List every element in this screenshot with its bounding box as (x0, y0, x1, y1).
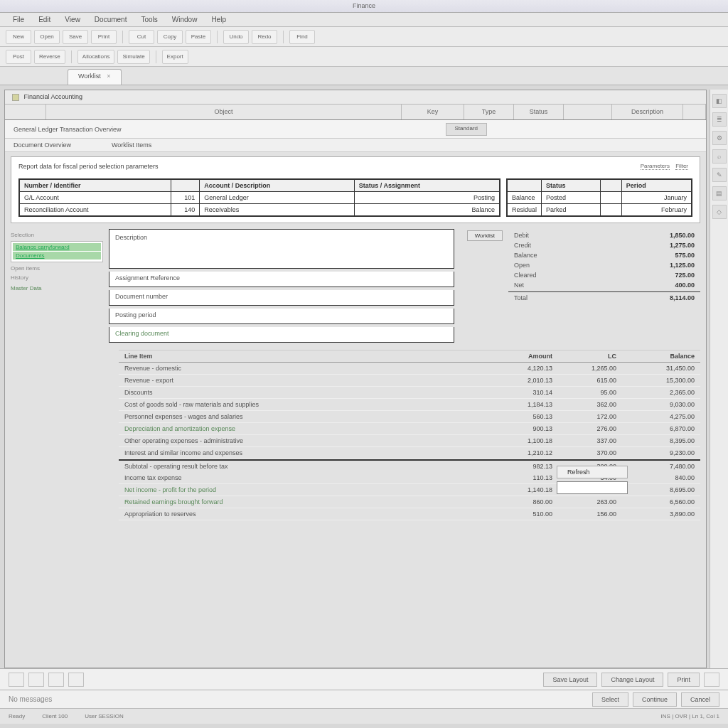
th[interactable] (600, 179, 621, 192)
print-button[interactable]: Print (668, 673, 700, 687)
th[interactable]: Status (542, 179, 601, 192)
col-head[interactable] (5, 105, 46, 119)
tb-find[interactable]: Find (289, 30, 315, 44)
tb-new[interactable]: New (6, 30, 31, 44)
view-tab-standard[interactable]: Standard (446, 123, 487, 136)
table-row[interactable]: Reconciliation Account 140 Receivables B… (19, 204, 500, 217)
col-head[interactable] (564, 105, 612, 119)
tb-save[interactable]: Save (63, 30, 88, 44)
continue-button[interactable]: Continue (633, 692, 677, 707)
tb-undo[interactable]: Undo (223, 30, 249, 44)
nav-link-documents[interactable]: Documents (13, 252, 101, 259)
input-row[interactable]: Document number (109, 290, 454, 306)
col-head[interactable]: Type (464, 105, 514, 119)
line-item-row[interactable]: Appropriation to reserves510.00156.003,8… (119, 508, 700, 520)
tool-icon[interactable]: ◧ (712, 94, 727, 108)
table-row[interactable]: Residual Parked February (507, 204, 692, 217)
th[interactable]: Account / Description (200, 179, 355, 192)
nav-section-master[interactable]: Master Data (11, 285, 103, 291)
status-ready: Ready (9, 713, 25, 719)
tb-allocations[interactable]: Allocations (77, 50, 115, 64)
tool-icon[interactable]: ◇ (712, 205, 727, 219)
box-label: Description (115, 234, 147, 241)
tool-icon[interactable]: ≣ (712, 112, 727, 127)
tool-icon[interactable]: ⚙ (712, 131, 727, 145)
close-icon[interactable]: × (107, 73, 110, 80)
menu-file[interactable]: File (6, 13, 31, 26)
tool-icon[interactable]: ⌕ (712, 149, 727, 164)
line-label: Net income - profit for the period (124, 486, 496, 493)
th[interactable] (171, 179, 200, 192)
worklist-badge[interactable]: Worklist (467, 230, 503, 241)
tb-open[interactable]: Open (34, 30, 60, 44)
line-balance: 840.00 (616, 474, 695, 481)
menu-view[interactable]: View (58, 13, 87, 26)
menu-help[interactable]: Help (204, 13, 233, 26)
tb-paste[interactable]: Paste (186, 30, 211, 44)
tb-redo[interactable]: Redo (252, 30, 277, 44)
table-row[interactable]: G/L Account 101 General Ledger Posting (19, 192, 500, 204)
col-head[interactable]: Object (46, 105, 402, 119)
tb-copy[interactable]: Copy (157, 30, 183, 44)
separator (122, 31, 123, 43)
footer-icon[interactable] (48, 673, 64, 687)
status-table: Status Period Balance Posted January Res… (506, 178, 692, 217)
line-item-row[interactable]: Cost of goods sold - raw materials and s… (119, 399, 700, 411)
line-lc: 263.00 (552, 498, 616, 505)
line-balance: 7,480.00 (616, 463, 695, 470)
tb-reverse[interactable]: Reverse (34, 50, 65, 64)
line-item-row[interactable]: Revenue - export2,010.13615.0015,300.00 (119, 375, 700, 387)
tool-filter[interactable]: Filter (675, 163, 688, 170)
line-item-row[interactable]: Personnel expenses - wages and salaries5… (119, 411, 700, 423)
nav-link-open[interactable]: Open items (11, 265, 103, 272)
tool-params[interactable]: Parameters (641, 163, 670, 170)
line-item-row[interactable]: Other operating expenses - administrativ… (119, 435, 700, 447)
line-item-row[interactable]: Revenue - domestic4,120.131,265.0031,450… (119, 363, 700, 375)
tb-print[interactable]: Print (91, 30, 117, 44)
description-box[interactable]: Description (109, 229, 454, 269)
input-row[interactable]: Clearing document (109, 327, 454, 343)
footer-icon[interactable] (704, 673, 719, 687)
menu-edit[interactable]: Edit (31, 13, 58, 26)
select-button[interactable]: Select (592, 692, 628, 707)
input-row[interactable]: Assignment Reference (109, 272, 454, 287)
cell (600, 192, 621, 204)
col-head[interactable]: Status (514, 105, 564, 119)
tb-export[interactable]: Export (162, 50, 188, 64)
line-item-row[interactable]: Discounts310.1495.002,365.00 (119, 387, 700, 399)
tb-cut[interactable]: Cut (129, 30, 154, 44)
menu-document[interactable]: Document (87, 13, 134, 26)
th[interactable]: Status / Assignment (354, 179, 500, 192)
input-row[interactable]: Posting period (109, 309, 454, 324)
save-layout-button[interactable]: Save Layout (543, 673, 597, 687)
th[interactable]: Number / Identifier (19, 179, 171, 192)
column-headers: Object Key Type Status Description (5, 105, 706, 120)
cancel-button[interactable]: Cancel (681, 692, 719, 707)
side-input[interactable] (557, 481, 628, 494)
line-item-row[interactable]: Retained earnings brought forward860.002… (119, 496, 700, 508)
nav-link-balance[interactable]: Balance carryforward (13, 243, 101, 251)
table-row[interactable]: Balance Posted January (507, 192, 692, 204)
breadcrumb: Financial Accounting (5, 90, 706, 105)
change-layout-button[interactable]: Change Layout (601, 673, 663, 687)
tb-simulate[interactable]: Simulate (117, 50, 149, 64)
th[interactable]: Period (621, 179, 692, 192)
col-head[interactable]: Key (402, 105, 464, 119)
refresh-button[interactable]: Refresh (557, 466, 628, 478)
line-item-row[interactable]: Interest and similar income and expenses… (119, 447, 700, 459)
col-head[interactable]: Description (612, 105, 683, 119)
tb-post[interactable]: Post (6, 50, 31, 64)
nav-link-history[interactable]: History (11, 274, 103, 281)
menu-tools[interactable]: Tools (134, 13, 164, 26)
footer-icon[interactable] (9, 673, 24, 687)
tool-icon[interactable]: ✎ (712, 168, 727, 182)
menu-window[interactable]: Window (165, 13, 205, 26)
col-head[interactable] (683, 105, 706, 119)
th[interactable] (507, 179, 542, 192)
line-lc: 95.00 (552, 389, 616, 396)
line-item-row[interactable]: Depreciation and amortization expense900… (119, 423, 700, 435)
footer-icon[interactable] (28, 673, 44, 687)
footer-icon[interactable] (68, 673, 84, 687)
tool-icon[interactable]: ▤ (712, 186, 727, 200)
tab-worklist[interactable]: Worklist × (68, 69, 122, 85)
